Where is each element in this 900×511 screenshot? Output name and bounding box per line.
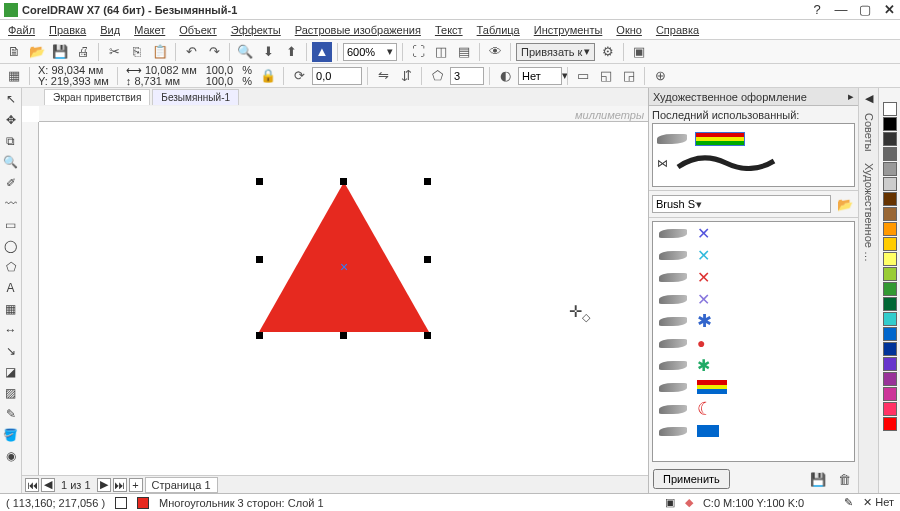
color-swatch[interactable]	[883, 312, 897, 326]
tab-artistic[interactable]: Художественное …	[862, 159, 876, 266]
selection-handle[interactable]	[340, 178, 347, 185]
sides-input[interactable]	[450, 67, 484, 85]
menu-text[interactable]: Текст	[431, 22, 467, 38]
color-proof-icon[interactable]: ▣	[665, 496, 675, 509]
color-swatch[interactable]	[883, 207, 897, 221]
fill-swatch[interactable]	[137, 497, 149, 509]
ruler-vertical[interactable]	[22, 122, 39, 475]
color-swatch[interactable]	[883, 147, 897, 161]
color-swatch[interactable]	[883, 387, 897, 401]
color-swatch[interactable]	[883, 102, 897, 116]
snap-dropdown[interactable]: Привязать к ▾	[516, 43, 595, 61]
color-swatch[interactable]	[883, 402, 897, 416]
save-stroke-icon[interactable]: 💾	[808, 469, 828, 489]
connector-tool[interactable]: ↘	[2, 342, 20, 360]
selection-handle[interactable]	[256, 178, 263, 185]
publish-icon[interactable]: ▲	[312, 42, 332, 62]
text-tool[interactable]: A	[2, 279, 20, 297]
list-item[interactable]	[653, 420, 854, 442]
browse-icon[interactable]: 📂	[835, 194, 855, 214]
print-icon[interactable]: 🖨	[73, 42, 93, 62]
list-item[interactable]: ✕	[653, 288, 854, 310]
search-icon[interactable]: 🔍	[235, 42, 255, 62]
list-item[interactable]: ☾	[653, 398, 854, 420]
fill-tool[interactable]: 🪣	[2, 426, 20, 444]
open-icon[interactable]: 📂	[27, 42, 47, 62]
dropshadow-tool[interactable]: ◪	[2, 363, 20, 381]
last-page-button[interactable]: ⏭	[113, 478, 127, 492]
color-model-icon[interactable]: ◆	[685, 496, 693, 509]
menu-edit[interactable]: Правка	[45, 22, 90, 38]
angle-input[interactable]	[312, 67, 362, 85]
menu-bitmap[interactable]: Растровые изображения	[291, 22, 425, 38]
zoom-input[interactable]: ▾	[343, 43, 397, 61]
expand-icon[interactable]: ◀	[865, 92, 873, 105]
color-swatch[interactable]	[883, 372, 897, 386]
docker-menu-icon[interactable]: ▸	[848, 90, 854, 103]
delete-stroke-icon[interactable]: 🗑	[834, 469, 854, 489]
table-tool[interactable]: ▦	[2, 300, 20, 318]
selection-handle[interactable]	[424, 178, 431, 185]
copy-icon[interactable]: ⎘	[127, 42, 147, 62]
import-icon[interactable]: ⬇	[258, 42, 278, 62]
color-swatch[interactable]	[883, 222, 897, 236]
stroke-list[interactable]: ✕ ✕ ✕ ✕ ✱ ● ✱ ☾	[652, 221, 855, 462]
tab-hints[interactable]: Советы	[862, 109, 876, 155]
convert-icon[interactable]: ⊕	[650, 66, 670, 86]
selection-handle[interactable]	[424, 332, 431, 339]
first-page-button[interactable]: ⏮	[25, 478, 39, 492]
chevron-down-icon[interactable]: ▾	[387, 45, 393, 58]
tab-welcome[interactable]: Экран приветствия	[44, 89, 150, 105]
back-icon[interactable]: ◲	[619, 66, 639, 86]
new-icon[interactable]: 🗎	[4, 42, 24, 62]
color-swatch[interactable]	[883, 327, 897, 341]
tab-document[interactable]: Безымянный-1	[152, 89, 239, 105]
freehand-tool[interactable]: ✐	[2, 174, 20, 192]
list-item[interactable]	[653, 376, 854, 398]
front-icon[interactable]: ◱	[596, 66, 616, 86]
list-item[interactable]: ✕	[653, 222, 854, 244]
presets-icon[interactable]: ▦	[4, 66, 24, 86]
preview-icon[interactable]: 👁	[485, 42, 505, 62]
menu-effects[interactable]: Эффекты	[227, 22, 285, 38]
zoom-tool[interactable]: 🔍	[2, 153, 20, 171]
canvas[interactable]: × ✛◇	[39, 122, 648, 475]
export-icon[interactable]: ⬆	[281, 42, 301, 62]
ellipse-tool[interactable]: ◯	[2, 237, 20, 255]
color-swatch[interactable]	[883, 117, 897, 131]
menu-layout[interactable]: Макет	[130, 22, 169, 38]
color-swatch[interactable]	[883, 237, 897, 251]
selection-handle[interactable]	[424, 256, 431, 263]
mirror-v-icon[interactable]: ⇵	[396, 66, 416, 86]
help-button[interactable]: ?	[810, 3, 824, 17]
artistic-media-tool[interactable]: 〰	[2, 195, 20, 213]
list-item[interactable]: ●	[653, 332, 854, 354]
menu-table[interactable]: Таблица	[473, 22, 524, 38]
color-swatch[interactable]	[883, 162, 897, 176]
cut-icon[interactable]: ✂	[104, 42, 124, 62]
color-swatch[interactable]	[883, 297, 897, 311]
crop-tool[interactable]: ⧉	[2, 132, 20, 150]
menu-file[interactable]: Файл	[4, 22, 39, 38]
menu-view[interactable]: Вид	[96, 22, 124, 38]
close-button[interactable]: ✕	[882, 3, 896, 17]
color-swatch[interactable]	[883, 267, 897, 281]
lock-ratio-icon[interactable]: 🔒	[258, 66, 278, 86]
selection-handle[interactable]	[256, 256, 263, 263]
menu-window[interactable]: Окно	[612, 22, 646, 38]
list-item[interactable]: ✱	[653, 310, 854, 332]
category-dropdown[interactable]: ▾	[652, 195, 831, 213]
color-swatch[interactable]	[883, 357, 897, 371]
options-icon[interactable]: ⚙	[598, 42, 618, 62]
stroke-sample[interactable]	[695, 132, 745, 146]
color-swatch[interactable]	[883, 417, 897, 431]
wrap-icon[interactable]: ▭	[573, 66, 593, 86]
menu-object[interactable]: Объект	[175, 22, 220, 38]
mirror-h-icon[interactable]: ⇋	[373, 66, 393, 86]
list-item[interactable]: ✱	[653, 354, 854, 376]
shape-tool[interactable]: ✥	[2, 111, 20, 129]
color-swatch[interactable]	[883, 132, 897, 146]
minimize-button[interactable]: —	[834, 3, 848, 17]
outline-input[interactable]: ▾	[518, 67, 562, 85]
redo-icon[interactable]: ↷	[204, 42, 224, 62]
